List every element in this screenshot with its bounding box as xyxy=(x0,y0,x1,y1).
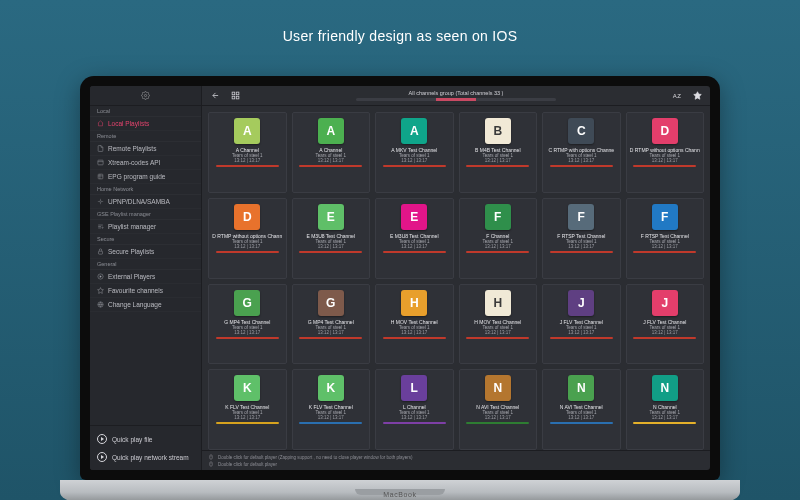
laptop-mockup: LocalLocal PlaylistsRemoteRemote Playlis… xyxy=(60,76,740,500)
sidebar-item-label: Remote Playlists xyxy=(108,145,156,152)
channel-card[interactable]: FF RTSP Test ChannelTears of steel 113:1… xyxy=(542,198,621,279)
quick-play-item[interactable]: Quick play file xyxy=(90,430,201,448)
sidebar-heading: Remote xyxy=(90,131,201,142)
channel-progress xyxy=(299,337,362,339)
channel-tile: J xyxy=(652,290,678,316)
network-icon xyxy=(97,198,104,205)
channel-tile: D xyxy=(652,118,678,144)
channel-card[interactable]: GG MP4 Test ChannelTears of steel 113:12… xyxy=(292,284,371,365)
channel-card[interactable]: NN AVI Test ChannelTears of steel 113:12… xyxy=(542,369,621,450)
channel-progress xyxy=(216,251,279,253)
play-icon xyxy=(97,452,107,462)
sidebar-item[interactable]: Xtream-codes API xyxy=(90,156,201,170)
channel-card[interactable]: JJ FLV Test ChannelTears of steel 113:12… xyxy=(626,284,705,365)
sidebar-settings[interactable] xyxy=(90,86,201,106)
sidebar-item[interactable]: Remote Playlists xyxy=(90,142,201,156)
channel-tile: F xyxy=(652,204,678,230)
sidebar-item[interactable]: EPG program guide xyxy=(90,170,201,184)
channel-time: 13:12 | 13:17 xyxy=(212,330,283,335)
svg-point-10 xyxy=(102,227,103,228)
sidebar-item[interactable]: Secure Playlists xyxy=(90,245,201,259)
grid-view-button[interactable] xyxy=(228,89,242,102)
channel-card[interactable]: BB M4B Test ChannelTears of steel 113:12… xyxy=(459,112,538,193)
channel-tile: L xyxy=(401,375,427,401)
channel-card[interactable]: HH MOV Test ChannelTears of steel 113:12… xyxy=(375,284,454,365)
sidebar-item[interactable]: Change Language xyxy=(90,298,201,312)
sidebar-item[interactable]: Favourite channels xyxy=(90,284,201,298)
channel-progress xyxy=(299,251,362,253)
sidebar-item-label: Playlist manager xyxy=(108,223,156,230)
channel-card[interactable]: AA ChannelTears of steel 113:12 | 13:17 xyxy=(208,112,287,193)
page-tagline: User friendly design as seen on IOS xyxy=(0,28,800,44)
sidebar-sections: LocalLocal PlaylistsRemoteRemote Playlis… xyxy=(90,106,201,312)
channel-tile: E xyxy=(401,204,427,230)
channel-card[interactable]: NN ChannelTears of steel 113:12 | 13:17 xyxy=(626,369,705,450)
footer-hint-2-text: Double click for default player xyxy=(218,462,277,467)
channel-tile: H xyxy=(485,290,511,316)
channel-card[interactable]: CC RTMP with options ChanneTears of stee… xyxy=(542,112,621,193)
external-icon xyxy=(97,273,104,280)
back-button[interactable] xyxy=(208,89,222,102)
channel-time: 13:12 | 13:17 xyxy=(630,244,701,249)
svg-rect-20 xyxy=(210,462,213,467)
channel-tile: H xyxy=(401,290,427,316)
channel-progress xyxy=(216,165,279,167)
channel-time: 13:12 | 13:17 xyxy=(546,244,617,249)
svg-rect-11 xyxy=(98,251,102,254)
channel-time: 13:12 | 13:17 xyxy=(630,415,701,420)
favourite-button[interactable] xyxy=(690,89,704,102)
channel-time: 13:12 | 13:17 xyxy=(463,158,534,163)
topbar: All channels group (Total channels 33 ) … xyxy=(202,86,710,106)
sidebar-item[interactable]: UPNP/DLNA/SAMBA xyxy=(90,195,201,209)
channel-tile: D xyxy=(234,204,260,230)
channel-card[interactable]: EE M3U8 Test ChannelTears of steel 113:1… xyxy=(292,198,371,279)
channel-card[interactable]: KK FLV Test ChannelTears of steel 113:12… xyxy=(208,369,287,450)
sidebar-item[interactable]: Playlist manager xyxy=(90,220,201,234)
sidebar-item[interactable]: External Players xyxy=(90,270,201,284)
channel-progress xyxy=(466,337,529,339)
channel-progress xyxy=(466,251,529,253)
channel-card[interactable]: AA MKV Test ChannelTears of steel 113:12… xyxy=(375,112,454,193)
quick-play-item[interactable]: Quick play network stream xyxy=(90,448,201,466)
channel-time: 13:12 | 13:17 xyxy=(296,158,367,163)
svg-rect-18 xyxy=(210,455,213,460)
channel-card[interactable]: FF ChannelTears of steel 113:12 | 13:17 xyxy=(459,198,538,279)
channel-time: 13:12 | 13:17 xyxy=(379,244,450,249)
sidebar-item-label: Favourite channels xyxy=(108,287,163,294)
svg-rect-14 xyxy=(232,92,235,95)
channel-tile: E xyxy=(318,204,344,230)
channel-card[interactable]: KK FLV Test ChannelTears of steel 113:12… xyxy=(292,369,371,450)
topbar-progress[interactable] xyxy=(356,98,556,101)
channel-tile: C xyxy=(568,118,594,144)
channel-card[interactable]: DD RTMP without options ChannTears of st… xyxy=(208,198,287,279)
channel-progress xyxy=(550,251,613,253)
channel-progress xyxy=(633,422,696,424)
channel-time: 13:12 | 13:17 xyxy=(463,330,534,335)
channel-tile: N xyxy=(568,375,594,401)
channel-card[interactable]: FF RTSP Test ChannelTears of steel 113:1… xyxy=(626,198,705,279)
sort-az-button[interactable]: AZ xyxy=(670,89,684,102)
sidebar-item-label: Xtream-codes API xyxy=(108,159,160,166)
channel-card[interactable]: HH MOV Test ChannelTears of steel 113:12… xyxy=(459,284,538,365)
channel-progress xyxy=(299,422,362,424)
channel-card[interactable]: DD RTMP without options ChannTears of st… xyxy=(626,112,705,193)
channel-card[interactable]: EE M3U8 Test ChannelTears of steel 113:1… xyxy=(375,198,454,279)
sidebar-item-label: Change Language xyxy=(108,301,162,308)
sidebar-spacer xyxy=(90,312,201,425)
channel-card[interactable]: JJ FLV Test ChannelTears of steel 113:12… xyxy=(542,284,621,365)
channel-card[interactable]: GG MP4 Test ChannelTears of steel 113:12… xyxy=(208,284,287,365)
channel-time: 13:12 | 13:17 xyxy=(212,158,283,163)
channel-tile: A xyxy=(318,118,344,144)
svg-point-6 xyxy=(100,201,102,203)
channel-card[interactable]: AA ChannelTears of steel 113:12 | 13:17 xyxy=(292,112,371,193)
channel-progress xyxy=(633,165,696,167)
group-title: All channels group (Total channels 33 ) xyxy=(409,90,504,96)
channel-progress xyxy=(216,422,279,424)
channel-card[interactable]: LL ChannelTears of steel 113:12 | 13:17 xyxy=(375,369,454,450)
channel-tile: G xyxy=(318,290,344,316)
channel-card[interactable]: NN AVI Test ChannelTears of steel 113:12… xyxy=(459,369,538,450)
sidebar-heading: GSE Playlist manager xyxy=(90,209,201,220)
channel-tile: K xyxy=(234,375,260,401)
sidebar-item[interactable]: Local Playlists xyxy=(90,117,201,131)
sidebar-item-label: Local Playlists xyxy=(108,120,149,127)
